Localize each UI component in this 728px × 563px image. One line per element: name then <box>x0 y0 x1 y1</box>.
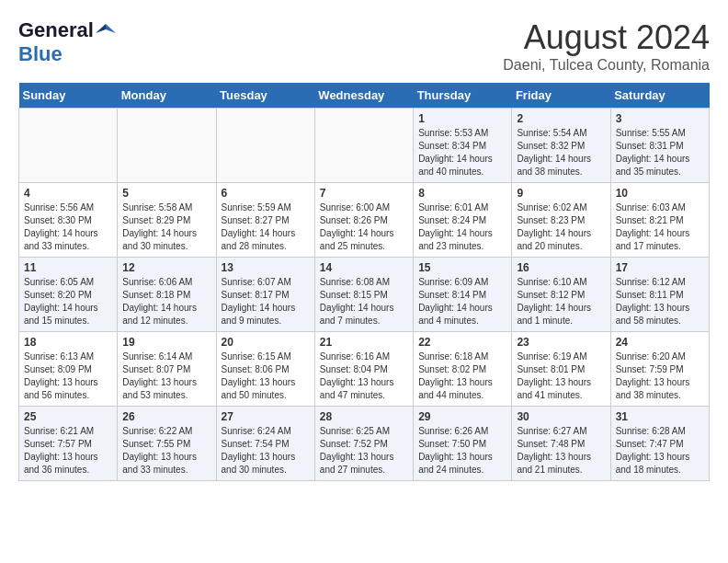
day-number: 25 <box>24 410 112 423</box>
header-thursday: Thursday <box>414 83 512 109</box>
day-number: 1 <box>418 112 506 125</box>
cell-content: Sunrise: 5:54 AM Sunset: 8:32 PM Dayligh… <box>517 127 605 178</box>
cell-content: Sunrise: 6:00 AM Sunset: 8:26 PM Dayligh… <box>320 201 408 253</box>
title-block: August 2024 Daeni, Tulcea County, Romani… <box>503 18 710 74</box>
day-number: 11 <box>24 261 112 274</box>
page-header: General Blue August 2024 Daeni, Tulcea C… <box>18 18 710 74</box>
cell-content: Sunrise: 6:26 AM Sunset: 7:50 PM Dayligh… <box>418 425 506 477</box>
calendar-cell: 18Sunrise: 6:13 AM Sunset: 8:09 PM Dayli… <box>19 332 118 407</box>
day-number: 23 <box>517 336 605 349</box>
cell-content: Sunrise: 6:25 AM Sunset: 7:52 PM Dayligh… <box>320 425 408 477</box>
day-number: 30 <box>517 410 605 423</box>
cell-content: Sunrise: 6:08 AM Sunset: 8:15 PM Dayligh… <box>320 276 408 327</box>
calendar-cell: 30Sunrise: 6:27 AM Sunset: 7:48 PM Dayli… <box>512 407 610 481</box>
calendar-cell: 15Sunrise: 6:09 AM Sunset: 8:14 PM Dayli… <box>414 258 512 332</box>
calendar-cell: 11Sunrise: 6:05 AM Sunset: 8:20 PM Dayli… <box>19 258 118 332</box>
cell-content: Sunrise: 6:21 AM Sunset: 7:57 PM Dayligh… <box>24 425 112 477</box>
day-number: 22 <box>418 336 506 349</box>
calendar-cell: 28Sunrise: 6:25 AM Sunset: 7:52 PM Dayli… <box>314 407 413 481</box>
day-number: 10 <box>616 187 704 200</box>
cell-content: Sunrise: 6:02 AM Sunset: 8:23 PM Dayligh… <box>517 201 605 253</box>
calendar-cell: 5Sunrise: 5:58 AM Sunset: 8:29 PM Daylig… <box>118 183 216 258</box>
calendar-cell: 3Sunrise: 5:55 AM Sunset: 8:31 PM Daylig… <box>610 109 709 183</box>
logo: General Blue <box>18 18 116 66</box>
cell-content: Sunrise: 6:15 AM Sunset: 8:06 PM Dayligh… <box>222 350 310 402</box>
calendar-cell: 7Sunrise: 6:00 AM Sunset: 8:26 PM Daylig… <box>314 183 413 258</box>
day-number: 29 <box>418 410 506 423</box>
cell-content: Sunrise: 5:59 AM Sunset: 8:27 PM Dayligh… <box>222 201 310 253</box>
week-row-1: 1Sunrise: 5:53 AM Sunset: 8:34 PM Daylig… <box>19 109 710 183</box>
calendar-table: SundayMondayTuesdayWednesdayThursdayFrid… <box>18 83 710 481</box>
day-number: 2 <box>517 112 605 125</box>
calendar-cell: 22Sunrise: 6:18 AM Sunset: 8:02 PM Dayli… <box>414 332 512 407</box>
day-number: 20 <box>222 336 310 349</box>
cell-content: Sunrise: 5:56 AM Sunset: 8:30 PM Dayligh… <box>24 201 112 253</box>
cell-content: Sunrise: 6:10 AM Sunset: 8:12 PM Dayligh… <box>517 276 605 327</box>
calendar-cell: 14Sunrise: 6:08 AM Sunset: 8:15 PM Dayli… <box>314 258 413 332</box>
location-subtitle: Daeni, Tulcea County, Romania <box>503 57 710 74</box>
logo-general-text: General <box>18 18 94 42</box>
day-number: 8 <box>418 187 506 200</box>
cell-content: Sunrise: 6:07 AM Sunset: 8:17 PM Dayligh… <box>222 276 310 327</box>
calendar-cell: 13Sunrise: 6:07 AM Sunset: 8:17 PM Dayli… <box>216 258 314 332</box>
cell-content: Sunrise: 6:16 AM Sunset: 8:04 PM Dayligh… <box>320 350 408 402</box>
calendar-body: 1Sunrise: 5:53 AM Sunset: 8:34 PM Daylig… <box>19 109 710 481</box>
logo-bird-icon <box>96 20 116 40</box>
calendar-cell: 8Sunrise: 6:01 AM Sunset: 8:24 PM Daylig… <box>414 183 512 258</box>
calendar-cell: 25Sunrise: 6:21 AM Sunset: 7:57 PM Dayli… <box>19 407 118 481</box>
week-row-5: 25Sunrise: 6:21 AM Sunset: 7:57 PM Dayli… <box>19 407 710 481</box>
cell-content: Sunrise: 5:53 AM Sunset: 8:34 PM Dayligh… <box>418 127 506 178</box>
week-row-3: 11Sunrise: 6:05 AM Sunset: 8:20 PM Dayli… <box>19 258 710 332</box>
svg-marker-1 <box>96 24 106 33</box>
calendar-cell: 9Sunrise: 6:02 AM Sunset: 8:23 PM Daylig… <box>512 183 610 258</box>
calendar-cell: 24Sunrise: 6:20 AM Sunset: 7:59 PM Dayli… <box>610 332 709 407</box>
week-row-2: 4Sunrise: 5:56 AM Sunset: 8:30 PM Daylig… <box>19 183 710 258</box>
cell-content: Sunrise: 6:12 AM Sunset: 8:11 PM Dayligh… <box>616 276 704 327</box>
calendar-cell: 4Sunrise: 5:56 AM Sunset: 8:30 PM Daylig… <box>19 183 118 258</box>
header-tuesday: Tuesday <box>216 83 314 109</box>
cell-content: Sunrise: 5:55 AM Sunset: 8:31 PM Dayligh… <box>616 127 704 178</box>
cell-content: Sunrise: 6:24 AM Sunset: 7:54 PM Dayligh… <box>222 425 310 477</box>
cell-content: Sunrise: 6:05 AM Sunset: 8:20 PM Dayligh… <box>24 276 112 327</box>
day-number: 27 <box>222 410 310 423</box>
day-number: 21 <box>320 336 408 349</box>
cell-content: Sunrise: 6:20 AM Sunset: 7:59 PM Dayligh… <box>616 350 704 402</box>
calendar-cell: 12Sunrise: 6:06 AM Sunset: 8:18 PM Dayli… <box>118 258 216 332</box>
cell-content: Sunrise: 6:19 AM Sunset: 8:01 PM Dayligh… <box>517 350 605 402</box>
calendar-cell: 27Sunrise: 6:24 AM Sunset: 7:54 PM Dayli… <box>216 407 314 481</box>
cell-content: Sunrise: 6:14 AM Sunset: 8:07 PM Dayligh… <box>122 350 210 402</box>
day-number: 5 <box>122 187 210 200</box>
cell-content: Sunrise: 6:09 AM Sunset: 8:14 PM Dayligh… <box>418 276 506 327</box>
day-number: 9 <box>517 187 605 200</box>
calendar-cell <box>314 109 413 183</box>
calendar-cell: 1Sunrise: 5:53 AM Sunset: 8:34 PM Daylig… <box>414 109 512 183</box>
calendar-cell: 19Sunrise: 6:14 AM Sunset: 8:07 PM Dayli… <box>118 332 216 407</box>
calendar-cell: 26Sunrise: 6:22 AM Sunset: 7:55 PM Dayli… <box>118 407 216 481</box>
day-number: 12 <box>122 261 210 274</box>
header-saturday: Saturday <box>610 83 709 109</box>
calendar-cell: 29Sunrise: 6:26 AM Sunset: 7:50 PM Dayli… <box>414 407 512 481</box>
day-number: 19 <box>122 336 210 349</box>
calendar-header-row: SundayMondayTuesdayWednesdayThursdayFrid… <box>19 83 710 109</box>
day-number: 7 <box>320 187 408 200</box>
svg-marker-0 <box>106 24 116 33</box>
cell-content: Sunrise: 6:28 AM Sunset: 7:47 PM Dayligh… <box>616 425 704 477</box>
header-sunday: Sunday <box>19 83 118 109</box>
calendar-cell: 16Sunrise: 6:10 AM Sunset: 8:12 PM Dayli… <box>512 258 610 332</box>
week-row-4: 18Sunrise: 6:13 AM Sunset: 8:09 PM Dayli… <box>19 332 710 407</box>
calendar-cell <box>19 109 118 183</box>
calendar-cell: 17Sunrise: 6:12 AM Sunset: 8:11 PM Dayli… <box>610 258 709 332</box>
cell-content: Sunrise: 6:13 AM Sunset: 8:09 PM Dayligh… <box>24 350 112 402</box>
day-number: 15 <box>418 261 506 274</box>
header-wednesday: Wednesday <box>314 83 413 109</box>
day-number: 6 <box>222 187 310 200</box>
header-friday: Friday <box>512 83 610 109</box>
day-number: 17 <box>616 261 704 274</box>
calendar-cell: 20Sunrise: 6:15 AM Sunset: 8:06 PM Dayli… <box>216 332 314 407</box>
month-year-title: August 2024 <box>503 18 710 57</box>
day-number: 26 <box>122 410 210 423</box>
calendar-cell: 21Sunrise: 6:16 AM Sunset: 8:04 PM Dayli… <box>314 332 413 407</box>
cell-content: Sunrise: 6:22 AM Sunset: 7:55 PM Dayligh… <box>122 425 210 477</box>
cell-content: Sunrise: 5:58 AM Sunset: 8:29 PM Dayligh… <box>122 201 210 253</box>
day-number: 24 <box>616 336 704 349</box>
